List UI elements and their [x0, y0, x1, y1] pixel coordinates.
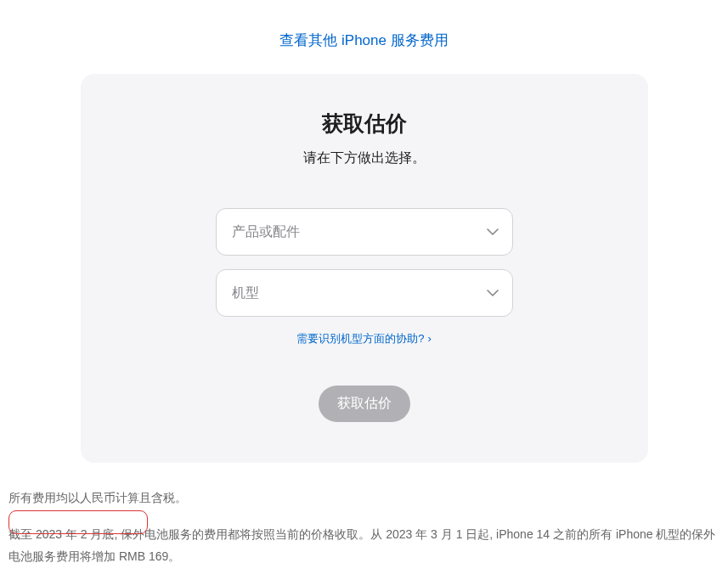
- model-select-wrapper: 机型: [216, 269, 513, 317]
- card-title: 获取估价: [115, 110, 614, 138]
- help-link-container: 需要识别机型方面的协助?›: [115, 330, 614, 346]
- identify-model-help-link[interactable]: 需要识别机型方面的协助?›: [296, 332, 432, 345]
- top-link-container: 查看其他 iPhone 服务费用: [0, 0, 728, 74]
- chevron-down-icon: [487, 228, 499, 235]
- help-link-text: 需要识别机型方面的协助?: [296, 332, 424, 345]
- product-select-wrapper: 产品或配件: [216, 208, 513, 256]
- chevron-down-icon: [487, 290, 499, 296]
- footer-tax-note: 所有费用均以人民币计算且含税。: [8, 487, 720, 510]
- footer: 所有费用均以人民币计算且含税。 截至 2023 年 2 月底, 保外电池服务的费…: [0, 463, 728, 563]
- product-select-placeholder: 产品或配件: [232, 223, 300, 241]
- chevron-right-icon: ›: [427, 332, 431, 345]
- card-subtitle: 请在下方做出选择。: [115, 149, 614, 167]
- model-select-placeholder: 机型: [232, 284, 259, 302]
- other-services-link[interactable]: 查看其他 iPhone 服务费用: [279, 32, 448, 48]
- estimate-card: 获取估价 请在下方做出选择。 产品或配件 机型 需要识别机型方面的协助?› 获取…: [81, 74, 648, 463]
- product-select[interactable]: 产品或配件: [216, 208, 513, 256]
- footer-price-note: 截至 2023 年 2 月底, 保外电池服务的费用都将按照当前的价格收取。从 2…: [8, 523, 720, 563]
- get-estimate-button[interactable]: 获取估价: [319, 386, 410, 422]
- model-select[interactable]: 机型: [216, 269, 513, 317]
